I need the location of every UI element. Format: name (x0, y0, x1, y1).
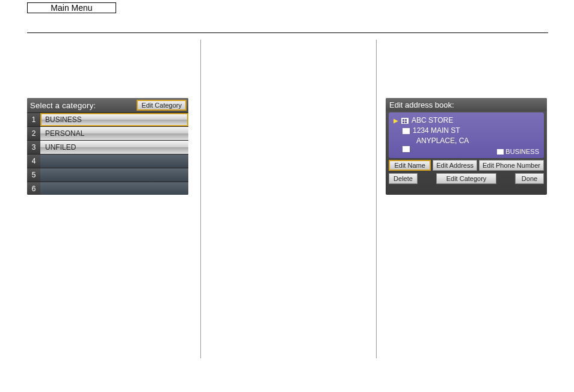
entry-address2-row: ANYPLACE, CA (393, 136, 539, 146)
entry-category: BUSINESS (497, 148, 539, 155)
category-item-business[interactable]: BUSINESS (40, 113, 188, 126)
entry-category-label: BUSINESS (505, 148, 539, 155)
category-item-empty[interactable] (40, 182, 188, 195)
edit-address-screen: Edit address book: ▶ ABC STORE 1234 MAIN… (386, 98, 547, 195)
selection-arrow-icon: ▶ (393, 115, 398, 126)
done-button[interactable]: Done (515, 173, 544, 184)
column-divider (376, 40, 377, 358)
category-screen-header: Select a category: Edit Category (27, 98, 188, 112)
category-row: 1 BUSINESS (27, 112, 188, 126)
entry-address1: 1234 MAIN ST (413, 126, 460, 136)
category-row-number: 2 (27, 127, 40, 140)
edit-category-button[interactable]: Edit Category (436, 173, 496, 184)
map-icon (403, 128, 410, 134)
entry-name-row: ▶ ABC STORE (393, 115, 539, 126)
address-entry-panel: ▶ ABC STORE 1234 MAIN ST ANYPLACE, CA BU… (389, 112, 544, 158)
category-row-number: 1 (27, 113, 40, 126)
main-menu-button[interactable]: Main Menu (27, 2, 116, 13)
category-item-unfiled[interactable]: UNFILED (40, 141, 188, 154)
action-buttons-row: Delete Edit Category Done (386, 173, 547, 184)
category-item-personal[interactable]: PERSONAL (40, 127, 188, 140)
edit-address-title: Edit address book: (386, 98, 547, 111)
edit-buttons-row: Edit Name Edit Address Edit Phone Number (386, 160, 547, 171)
phone-icon (403, 146, 410, 152)
category-row: 4 (27, 154, 188, 168)
building-icon (401, 118, 409, 124)
delete-button[interactable]: Delete (389, 173, 418, 184)
edit-name-button[interactable]: Edit Name (389, 160, 431, 171)
spacer (500, 173, 511, 184)
category-row: 2 PERSONAL (27, 126, 188, 140)
category-row: 6 (27, 182, 188, 195)
category-row: 3 UNFILED (27, 140, 188, 154)
entry-name: ABC STORE (412, 115, 453, 126)
entry-address-row: 1234 MAIN ST (393, 126, 539, 136)
category-screen-title: Select a category: (30, 101, 96, 110)
category-item-empty[interactable] (40, 168, 188, 182)
folder-icon (497, 149, 504, 155)
edit-address-button[interactable]: Edit Address (433, 160, 477, 171)
category-row-number: 5 (27, 168, 40, 182)
category-row: 5 (27, 168, 188, 182)
edit-phone-button[interactable]: Edit Phone Number (479, 160, 544, 171)
spacer (421, 173, 433, 184)
category-row-number: 3 (27, 141, 40, 154)
divider-horizontal (27, 32, 548, 33)
entry-address2: ANYPLACE, CA (416, 136, 469, 146)
category-row-number: 6 (27, 182, 40, 195)
column-divider (200, 40, 201, 358)
edit-category-button[interactable]: Edit Category (137, 100, 187, 111)
category-row-number: 4 (27, 155, 40, 168)
category-item-empty[interactable] (40, 155, 188, 168)
category-screen: Select a category: Edit Category 1 BUSIN… (27, 98, 188, 195)
